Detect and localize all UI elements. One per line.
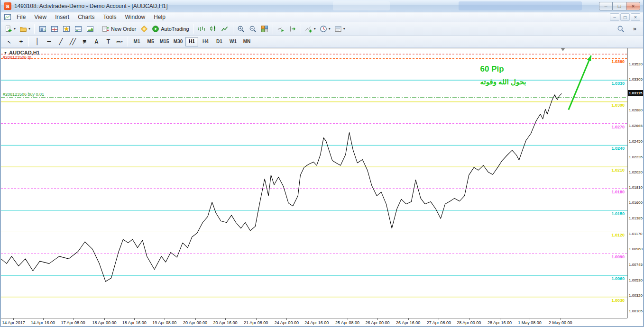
level-label: 1.0180 <box>611 190 625 194</box>
menu-window[interactable]: Window <box>121 13 150 21</box>
window-title: 1493108: Activtrades-Demo - Demo Account… <box>14 3 167 9</box>
new-chart-button[interactable]: ▾ <box>3 23 18 34</box>
symbol-dropdown-icon[interactable]: ▼ <box>4 51 7 54</box>
navigator-button[interactable] <box>60 23 72 34</box>
level-label: 1.0060 <box>611 276 625 281</box>
price-axis-label: 1.02235 <box>629 155 643 159</box>
chart-shift-button[interactable] <box>287 23 299 34</box>
autotrading-button[interactable]: AutoTrading <box>150 23 191 34</box>
periods-button[interactable]: ▾ <box>318 23 332 34</box>
time-axis-tick <box>43 318 44 320</box>
overflow-arrow-button[interactable]: » <box>628 23 640 34</box>
chart-window[interactable]: ▼ AUDCAD,H1 #208123506 tp #208123506 buy… <box>1 48 643 326</box>
zoom-out-button[interactable] <box>247 23 259 34</box>
profiles-button[interactable]: ▾ <box>18 23 32 34</box>
indicators-icon <box>305 25 313 33</box>
equidistant-channel-button[interactable]: ╱╱ <box>66 36 78 47</box>
menu-insert[interactable]: Insert <box>51 13 74 21</box>
zoom-in-icon <box>237 25 245 33</box>
minimize-chart-button[interactable]: – <box>610 13 619 21</box>
symbol-label: ▼ AUDCAD,H1 <box>4 50 40 55</box>
title-bar[interactable]: a 1493108: Activtrades-Demo - Demo Accou… <box>1 0 643 12</box>
strategy-tester-icon <box>86 25 94 33</box>
crosshair-button[interactable]: + <box>15 36 27 47</box>
time-axis-tick <box>195 318 196 320</box>
terminal-button[interactable] <box>72 23 84 34</box>
price-axis-label: 1.00745 <box>629 263 643 267</box>
timeframe-h1[interactable]: H1 <box>185 37 198 46</box>
bar-chart-button[interactable] <box>195 23 207 34</box>
timeframe-m30[interactable]: M30 <box>172 37 184 46</box>
chart-shift-marker[interactable] <box>561 48 565 51</box>
price-axis-label: 1.00960 <box>629 247 643 251</box>
level-label: 1.0090 <box>611 254 625 259</box>
price-axis-label: 1.02880 <box>629 108 643 112</box>
menu-file[interactable]: File <box>12 13 30 21</box>
strategy-tester-button[interactable] <box>84 23 96 34</box>
timeframe-d1[interactable]: D1 <box>213 37 226 46</box>
timeframe-m5[interactable]: M5 <box>144 37 157 46</box>
timeframe-h4[interactable]: H4 <box>199 37 212 46</box>
text-label-button[interactable]: T <box>102 36 114 47</box>
indicators-button[interactable]: ▾ <box>303 23 318 34</box>
bar-chart-icon <box>197 25 205 33</box>
line-chart-button[interactable] <box>219 23 231 34</box>
search-button[interactable] <box>615 23 626 34</box>
menu-bar: FileViewInsertChartsToolsWindowHelp –□× <box>1 12 643 22</box>
time-axis-label: 17 Apr 08:00 <box>61 320 85 325</box>
data-window-button[interactable] <box>48 23 60 34</box>
minimize-button[interactable]: – <box>599 2 613 10</box>
level-label: 1.0150 <box>611 211 625 216</box>
toolbar-separator <box>301 24 301 34</box>
level-label: 1.0270 <box>611 125 625 129</box>
price-axis-label: 1.03305 <box>629 77 643 82</box>
zoom-in-button[interactable] <box>235 23 247 34</box>
trendline-button[interactable]: ╱ <box>55 36 66 47</box>
fibonacci-button[interactable]: ≢ <box>78 36 90 47</box>
timeframe-m1[interactable]: M1 <box>130 37 143 46</box>
toolbar-separator <box>193 24 193 34</box>
data-window-icon <box>51 25 58 33</box>
cursor-button[interactable]: ↖ <box>3 36 15 47</box>
annotation-arabic-text: بحول الله وقوته <box>480 78 526 86</box>
text-button[interactable]: A <box>90 36 102 47</box>
tile-windows-button[interactable] <box>259 23 271 34</box>
templates-button[interactable]: ▾ <box>332 23 347 34</box>
aero-reflection <box>333 1 390 10</box>
vertical-line-icon: │ <box>36 38 38 45</box>
timeframe-mn[interactable]: MN <box>240 37 253 46</box>
horizontal-line-icon: ─ <box>47 38 50 45</box>
fibonacci-icon: ≢ <box>83 38 86 45</box>
menu-view[interactable]: View <box>30 13 51 21</box>
zoom-out-icon <box>249 25 257 33</box>
maximize-button[interactable]: □ <box>613 2 626 10</box>
price-axis-label: 1.00320 <box>629 293 643 298</box>
time-axis-tick <box>469 318 469 320</box>
price-axis-label: 1.00105 <box>629 309 643 313</box>
templates-icon <box>334 25 342 33</box>
vertical-line-button[interactable]: │ <box>31 36 43 47</box>
aero-reflection <box>459 1 582 10</box>
menu-help[interactable]: Help <box>149 13 170 21</box>
time-axis: 14 Apr 201714 Apr 16:0017 Apr 08:0018 Ap… <box>1 318 627 326</box>
close-chart-button[interactable]: × <box>631 13 640 21</box>
level-label: 1.0360 <box>611 59 625 64</box>
autotrading-icon <box>152 25 159 33</box>
candlestick-chart-button[interactable] <box>207 23 219 34</box>
menu-tools[interactable]: Tools <box>99 13 121 21</box>
restore-chart-button[interactable]: □ <box>620 13 630 21</box>
price-axis-label: 1.01810 <box>629 185 643 190</box>
timeframe-w1[interactable]: W1 <box>227 37 239 46</box>
equidistant-channel-icon: ╱╱ <box>70 38 75 45</box>
plot-area[interactable]: ▼ AUDCAD,H1 #208123506 tp #208123506 buy… <box>1 48 627 318</box>
auto-scroll-button[interactable] <box>275 23 287 34</box>
market-watch-button[interactable] <box>37 23 48 34</box>
horizontal-line-button[interactable]: ─ <box>43 36 55 47</box>
time-axis-label: 24 Apr 16:00 <box>304 320 329 325</box>
metaeditor-button[interactable] <box>138 23 150 34</box>
menu-charts[interactable]: Charts <box>74 13 99 21</box>
close-button[interactable]: × <box>626 2 640 10</box>
shapes-button[interactable]: ▭▾ <box>114 36 126 47</box>
timeframe-m15[interactable]: M15 <box>158 37 171 46</box>
new-order-button[interactable]: New Order <box>100 23 138 34</box>
